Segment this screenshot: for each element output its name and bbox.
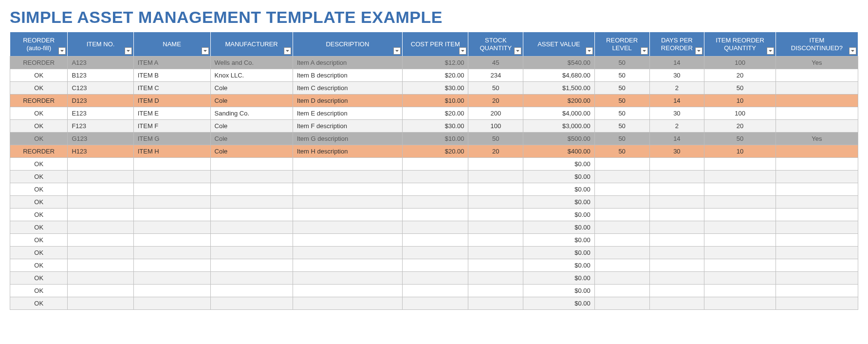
cell-manuf[interactable] [210,158,293,171]
cell-desc[interactable]: Item G description [293,133,403,145]
cell-asset[interactable]: $0.00 [523,259,595,272]
cell-reorder[interactable]: OK [10,247,68,259]
cell-qty[interactable] [704,234,776,247]
cell-disc[interactable] [776,209,858,221]
cell-level[interactable]: 50 [594,82,649,95]
cell-stock[interactable]: 200 [468,107,523,120]
cell-days[interactable]: 30 [649,107,704,120]
cell-cost[interactable] [403,285,468,297]
cell-disc[interactable] [776,120,858,133]
cell-stock[interactable] [468,221,523,234]
cell-level[interactable] [594,272,649,285]
cell-desc[interactable]: Item C description [293,82,403,95]
cell-name[interactable]: ITEM G [133,133,210,145]
cell-desc[interactable]: Item B description [293,69,403,82]
cell-cost[interactable]: $30.00 [403,82,468,95]
cell-item_no[interactable] [68,272,133,285]
cell-days[interactable] [649,285,704,297]
cell-days[interactable]: 30 [649,145,704,158]
cell-asset[interactable]: $0.00 [523,272,595,285]
cell-reorder[interactable]: OK [10,196,68,209]
cell-reorder[interactable]: OK [10,158,68,171]
cell-reorder[interactable]: OK [10,285,68,297]
cell-asset[interactable]: $500.00 [523,133,595,145]
cell-manuf[interactable] [210,221,293,234]
cell-disc[interactable] [776,272,858,285]
cell-disc[interactable]: Yes [776,133,858,145]
cell-name[interactable] [133,259,210,272]
cell-cost[interactable] [403,297,468,310]
cell-item_no[interactable]: D123 [68,95,133,107]
cell-days[interactable] [649,183,704,196]
cell-desc[interactable]: Item D description [293,95,403,107]
cell-asset[interactable]: $0.00 [523,209,595,221]
cell-manuf[interactable] [210,209,293,221]
cell-disc[interactable] [776,171,858,183]
cell-cost[interactable]: $20.00 [403,69,468,82]
cell-asset[interactable]: $0.00 [523,171,595,183]
cell-desc[interactable] [293,158,403,171]
cell-manuf[interactable] [210,285,293,297]
cell-name[interactable]: ITEM B [133,69,210,82]
cell-reorder[interactable]: OK [10,221,68,234]
cell-asset[interactable]: $0.00 [523,234,595,247]
cell-name[interactable] [133,221,210,234]
cell-days[interactable] [649,171,704,183]
cell-item_no[interactable]: F123 [68,120,133,133]
cell-cost[interactable] [403,247,468,259]
cell-item_no[interactable] [68,297,133,310]
cell-manuf[interactable]: Cole [210,120,293,133]
cell-cost[interactable]: $20.00 [403,107,468,120]
cell-level[interactable]: 50 [594,95,649,107]
cell-days[interactable] [649,209,704,221]
cell-reorder[interactable]: OK [10,234,68,247]
cell-item_no[interactable] [68,259,133,272]
cell-name[interactable]: ITEM H [133,145,210,158]
cell-stock[interactable] [468,209,523,221]
cell-asset[interactable]: $4,000.00 [523,107,595,120]
cell-item_no[interactable] [68,171,133,183]
cell-level[interactable] [594,285,649,297]
cell-asset[interactable]: $200.00 [523,95,595,107]
cell-level[interactable] [594,259,649,272]
cell-stock[interactable] [468,285,523,297]
cell-stock[interactable] [468,297,523,310]
cell-qty[interactable] [704,221,776,234]
cell-disc[interactable] [776,234,858,247]
cell-manuf[interactable] [210,171,293,183]
cell-desc[interactable]: Item H description [293,145,403,158]
cell-cost[interactable] [403,259,468,272]
cell-level[interactable]: 50 [594,69,649,82]
cell-manuf[interactable] [210,196,293,209]
cell-disc[interactable] [776,196,858,209]
cell-days[interactable]: 2 [649,120,704,133]
cell-manuf[interactable]: Cole [210,145,293,158]
cell-item_no[interactable]: A123 [68,57,133,69]
cell-reorder[interactable]: OK [10,209,68,221]
cell-qty[interactable] [704,196,776,209]
cell-qty[interactable]: 50 [704,133,776,145]
cell-desc[interactable] [293,171,403,183]
cell-level[interactable]: 50 [594,57,649,69]
cell-reorder[interactable]: OK [10,272,68,285]
cell-days[interactable]: 14 [649,133,704,145]
cell-days[interactable] [649,234,704,247]
filter-dropdown-icon[interactable] [393,47,401,55]
cell-manuf[interactable] [210,272,293,285]
cell-qty[interactable] [704,297,776,310]
cell-cost[interactable]: $12.00 [403,57,468,69]
filter-dropdown-icon[interactable] [586,47,593,55]
cell-reorder[interactable]: REORDER [10,145,68,158]
cell-reorder[interactable]: OK [10,107,68,120]
filter-dropdown-icon[interactable] [202,47,209,55]
cell-manuf[interactable] [210,297,293,310]
cell-reorder[interactable]: OK [10,120,68,133]
cell-asset[interactable]: $0.00 [523,247,595,259]
cell-reorder[interactable]: OK [10,133,68,145]
cell-name[interactable]: ITEM C [133,82,210,95]
cell-stock[interactable] [468,183,523,196]
cell-stock[interactable]: 20 [468,145,523,158]
cell-reorder[interactable]: OK [10,171,68,183]
cell-level[interactable]: 50 [594,133,649,145]
cell-stock[interactable] [468,196,523,209]
